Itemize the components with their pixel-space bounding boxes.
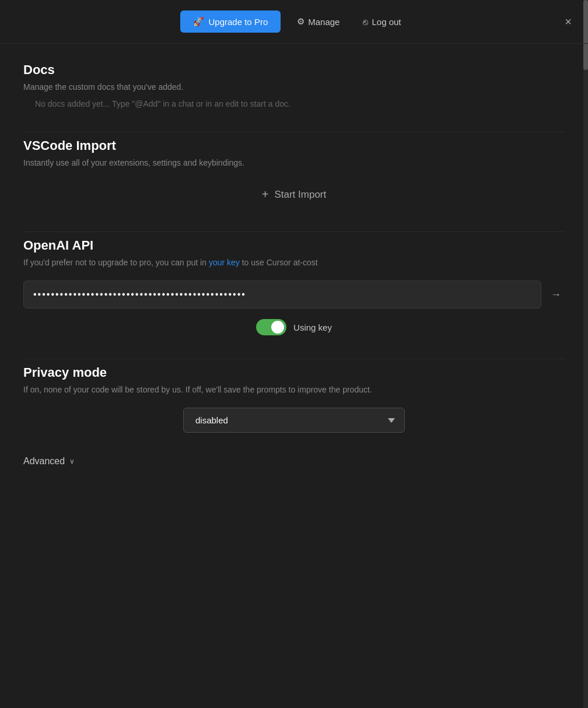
privacy-mode-description: If on, none of your code will be stored …: [23, 384, 565, 396]
close-button[interactable]: ×: [560, 13, 576, 30]
vscode-import-title: VSCode Import: [23, 138, 565, 153]
logout-icon: ⎋: [363, 17, 368, 27]
advanced-label: Advanced: [23, 456, 65, 467]
openai-api-section: OpenAI API If you'd prefer not to upgrad…: [23, 238, 565, 335]
api-key-submit-button[interactable]: →: [547, 285, 565, 304]
start-import-label: Start Import: [274, 189, 326, 201]
upgrade-label: Upgrade to Pro: [209, 17, 268, 27]
close-icon: ×: [565, 15, 572, 28]
your-key-link[interactable]: your key: [209, 258, 240, 267]
vscode-import-description: Instantly use all of your extensions, se…: [23, 157, 565, 169]
divider-2: [23, 232, 565, 232]
openai-api-title: OpenAI API: [23, 238, 565, 253]
toggle-slider: [256, 319, 286, 335]
api-key-row: →: [23, 281, 565, 309]
vscode-import-section: VSCode Import Instantly use all of your …: [23, 138, 565, 208]
docs-empty-text: No docs added yet... Type "@Add" in a ch…: [23, 99, 565, 108]
api-key-input[interactable]: [23, 281, 541, 309]
privacy-mode-section: Privacy mode If on, none of your code wi…: [23, 365, 565, 433]
using-key-toggle[interactable]: [256, 319, 286, 335]
docs-title: Docs: [23, 62, 565, 78]
divider-1: [23, 132, 565, 132]
logout-label: Log out: [372, 17, 401, 27]
docs-section: Docs Manage the custom docs that you've …: [23, 62, 565, 108]
openai-desc-before: If you'd prefer not to upgrade to pro, y…: [23, 258, 209, 267]
openai-api-description: If you'd prefer not to upgrade to pro, y…: [23, 257, 565, 269]
content-area: Docs Manage the custom docs that you've …: [0, 44, 588, 485]
gear-icon: ⚙: [297, 16, 304, 27]
plus-icon: +: [262, 188, 269, 201]
chevron-down-icon: ∨: [69, 457, 75, 465]
scrollbar-track[interactable]: [583, 0, 588, 708]
privacy-mode-select[interactable]: disabled enabled: [183, 408, 405, 433]
rocket-icon: 🚀: [193, 16, 204, 27]
toggle-label: Using key: [293, 323, 332, 332]
logout-button[interactable]: ⎋ Log out: [356, 12, 408, 31]
manage-label: Manage: [308, 17, 340, 27]
arrow-icon: →: [551, 289, 561, 300]
privacy-select-wrapper: disabled enabled: [23, 408, 565, 433]
openai-desc-after: to use Cursor at-cost: [240, 258, 318, 267]
privacy-mode-title: Privacy mode: [23, 365, 565, 380]
start-import-button[interactable]: + Start Import: [23, 181, 565, 208]
advanced-row[interactable]: Advanced ∨: [23, 456, 565, 467]
docs-description: Manage the custom docs that you've added…: [23, 81, 565, 93]
manage-button[interactable]: ⚙ Manage: [290, 12, 346, 31]
upgrade-button[interactable]: 🚀 Upgrade to Pro: [180, 10, 281, 33]
divider-3: [23, 359, 565, 359]
toggle-row: Using key: [23, 319, 565, 335]
header: 🚀 Upgrade to Pro ⚙ Manage ⎋ Log out ×: [0, 0, 588, 44]
settings-panel: 🚀 Upgrade to Pro ⚙ Manage ⎋ Log out × Do…: [0, 0, 588, 708]
